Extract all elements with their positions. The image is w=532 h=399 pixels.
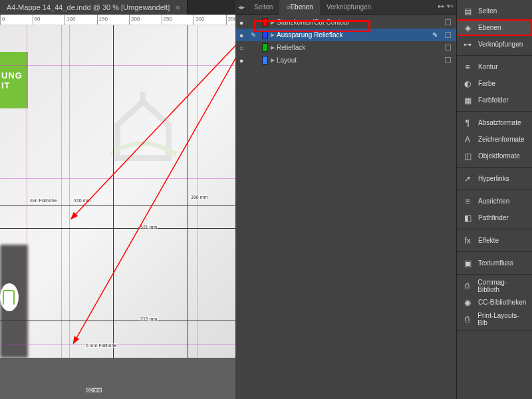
rail-group: ▣Textumfluss <box>457 252 532 275</box>
panel-tab-seiten[interactable]: Seiten <box>247 0 279 15</box>
rail-item-label: Objektformate <box>478 152 520 160</box>
layer-name: Stanzkontur/Cut Contour <box>277 19 350 26</box>
rail-group: fxEffekte <box>457 229 532 252</box>
rail-group: ≡Kontur◐Farbe▦Farbfelder <box>457 56 532 112</box>
rail-group: ⎙Commag-Biblioth◉CC-Bibliotheken⎙Print-L… <box>457 275 532 331</box>
rail-item-farbfelder[interactable]: ▦Farbfelder <box>457 92 532 108</box>
close-icon[interactable]: × <box>175 3 180 13</box>
layer-color-swatch <box>262 31 268 39</box>
rail-item-hyperlinks[interactable]: ↗Hyperlinks <box>457 170 532 187</box>
pen-icon: ✎ <box>432 31 438 39</box>
layer-row[interactable]: ●✎▶Aussparung Relieflack✎ <box>235 29 456 41</box>
measure-396: 396 mm <box>190 195 208 200</box>
ruler-tick: 300 <box>194 15 204 25</box>
panel-tab-verknuepfungen[interactable]: Verknüpfungen <box>320 0 378 15</box>
green-text-1: UNG <box>1 70 28 80</box>
panel-menu-icon[interactable]: ▸▸ ▾≡ <box>438 3 454 9</box>
rail-item-zeichenformate[interactable]: AZeichenformate <box>457 131 532 148</box>
visibility-icon[interactable]: ○ <box>235 44 247 52</box>
ruler-tick: 0 <box>0 15 5 25</box>
document-tab-title: A4-Mappe 14_44_de.indd @ 30 % [Umgewande… <box>7 3 170 11</box>
rail-item-verknüpfungen[interactable]: ⊶Verknüpfungen <box>457 36 532 53</box>
select-square[interactable] <box>445 32 451 38</box>
rail-item-label: Zeichenformate <box>478 136 524 143</box>
rail-group: ↗Hyperlinks <box>457 168 532 190</box>
rail-item-print-layouts-bib[interactable]: ⎙Print-Layouts-Bib <box>457 311 532 327</box>
logo-badge <box>0 283 19 311</box>
layer-name: Layout <box>277 57 297 64</box>
layer-row[interactable]: ●▶Stanzkontur/Cut Contour <box>235 16 456 29</box>
ausrichten-icon: ≡ <box>462 196 473 207</box>
layer-color-swatch <box>262 56 268 65</box>
document-tab[interactable]: A4-Mappe 14_44_de.indd @ 30 % [Umgewande… <box>0 0 188 15</box>
layer-list: ●▶Stanzkontur/Cut Contour●✎▶Aussparung R… <box>235 15 456 66</box>
rail-item-ausrichten[interactable]: ≡Ausrichten <box>457 193 532 209</box>
rail-item-kontur[interactable]: ≡Kontur <box>457 59 532 75</box>
rail-item-absatzformate[interactable]: ¶Absatzformate <box>457 114 532 131</box>
seiten-icon: ▤ <box>462 6 473 17</box>
layer-row[interactable]: ●▶Layout <box>235 54 456 66</box>
rail-group: ¶AbsatzformateAZeichenformate◫Objektform… <box>457 112 532 168</box>
rail-item-label: Seiten <box>478 7 497 15</box>
measure-521: 521 mm <box>140 225 158 229</box>
edit-column[interactable]: ✎ <box>247 31 259 39</box>
rail-item-label: Kontur <box>478 63 497 70</box>
rail-item-objektformate[interactable]: ◫Objektformate <box>457 148 532 164</box>
layer-name: Relieflack <box>277 44 305 51</box>
panel-collapse-icon[interactable]: ◂▸ <box>235 0 247 15</box>
cc-bibliotheken-icon: ◉ <box>462 297 473 308</box>
layer-color-swatch <box>262 43 268 52</box>
ruler-tick: 350 <box>226 15 236 25</box>
watermark-house-icon <box>106 88 180 162</box>
page-spread: UNG IT mm Füllhöhe 310 mm 396 mm 521 mm … <box>0 25 235 358</box>
farbe-icon: ◐ <box>462 78 473 89</box>
rail-item-cc-bibliotheken[interactable]: ◉CC-Bibliotheken <box>457 294 532 311</box>
rail-item-label: Pathfinder <box>478 214 509 221</box>
horizontal-ruler[interactable]: 050100150200250300350 <box>0 15 235 25</box>
ruler-tick: 250 <box>162 15 172 25</box>
disclosure-icon[interactable]: ▶ <box>271 57 275 63</box>
disclosure-icon[interactable]: ▶ <box>271 45 275 51</box>
hyperlinks-icon: ↗ <box>462 174 473 184</box>
measure-6fill: 6 mm Füllhöhe <box>85 343 117 348</box>
rail-item-seiten[interactable]: ▤Seiten <box>457 3 532 19</box>
commag-biblioth-icon: ⎙ <box>462 281 472 291</box>
measure-fill-left: mm Füllhöhe <box>29 198 57 203</box>
measure-310: 310 mm <box>73 198 91 203</box>
visibility-icon[interactable]: ● <box>235 31 247 39</box>
rail-item-label: Farbfelder <box>478 96 509 104</box>
rail-item-label: Textumfluss <box>478 259 513 267</box>
visibility-icon[interactable]: ● <box>235 57 247 65</box>
rail-item-farbe[interactable]: ◐Farbe <box>457 75 532 92</box>
rail-item-commag-biblioth[interactable]: ⎙Commag-Biblioth <box>457 277 532 294</box>
disclosure-icon[interactable]: ▶ <box>271 32 275 38</box>
rail-item-label: Effekte <box>478 237 499 244</box>
rail-item-ebenen[interactable]: ◈Ebenen <box>457 19 532 36</box>
layer-row[interactable]: ○▶Relieflack <box>235 41 456 54</box>
rail-item-pathfinder[interactable]: ◧Pathfinder <box>457 209 532 226</box>
rail-item-label: Absatzformate <box>478 119 521 126</box>
panel-tab-strip: ◂▸ Seiten ○ Ebenen Verknüpfungen ▸▸ ▾≡ <box>235 0 456 15</box>
document-canvas[interactable]: UNG IT mm Füllhöhe 310 mm 396 mm 521 mm … <box>0 25 235 399</box>
ruler-tick: 200 <box>129 15 140 25</box>
rail-item-label: Farbe <box>478 80 495 87</box>
select-square[interactable] <box>445 19 451 25</box>
select-square[interactable] <box>445 57 451 63</box>
disclosure-icon[interactable]: ▶ <box>271 19 275 25</box>
layer-name: Aussparung Relieflack <box>277 31 343 39</box>
select-square[interactable] <box>445 45 451 51</box>
visibility-icon[interactable]: ● <box>235 19 247 27</box>
layers-panel: ◂▸ Seiten ○ Ebenen Verknüpfungen ▸▸ ▾≡ ●… <box>235 0 456 399</box>
panel-rail: ▤Seiten◈Ebenen⊶Verknüpfungen≡Kontur◐Farb… <box>456 0 532 399</box>
effekte-icon: fx <box>462 235 473 246</box>
farbfelder-icon: ▦ <box>462 95 473 106</box>
panel-tab-ebenen[interactable]: ○ Ebenen <box>279 0 320 15</box>
rail-item-effekte[interactable]: fxEffekte <box>457 232 532 249</box>
print-layouts-bib-icon: ⎙ <box>462 314 472 325</box>
green-label-box: UNG IT <box>0 52 28 108</box>
measure-215: 215 mm <box>140 317 158 321</box>
rail-item-textumfluss[interactable]: ▣Textumfluss <box>457 255 532 271</box>
green-text-2: IT <box>1 80 28 90</box>
rail-item-label: Hyperlinks <box>478 175 509 182</box>
kontur-icon: ≡ <box>462 62 473 72</box>
